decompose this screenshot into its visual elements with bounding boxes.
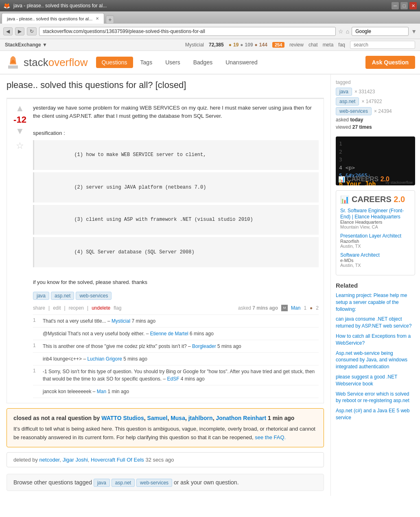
search-input[interactable] xyxy=(350,41,415,49)
comment-user-link-2[interactable]: Etienne de Martel xyxy=(150,331,188,337)
so-logo[interactable]: stackoverflow xyxy=(5,54,88,70)
comment-vote-5[interactable]: 1 xyxy=(33,368,39,383)
tag-java[interactable]: java xyxy=(33,292,49,300)
related-link-7[interactable]: Asp.net (c#) and a Java EE 5 web service xyxy=(336,407,415,421)
careers-location-2: Austin, TX xyxy=(340,244,411,249)
careers-job-title-3[interactable]: Software Architect xyxy=(340,252,380,258)
close-voter-3[interactable]: Musa xyxy=(171,415,185,421)
careers-ad-dark[interactable]: 1 2 3 4 <p> 5 &#x2665; 6 Your Job 7 </p>… xyxy=(336,136,415,185)
comment-vote-4[interactable] xyxy=(33,355,39,363)
back-button[interactable]: ◀ xyxy=(3,27,13,35)
stackexchange-logo[interactable]: StackExchange ▼ xyxy=(5,42,47,48)
question-title: please.. solved this questions for all? … xyxy=(7,79,324,91)
so-logo-icon xyxy=(5,54,21,70)
related-link-4[interactable]: Asp.net web-service being consumed by Ja… xyxy=(336,350,415,370)
meta-nav-link[interactable]: meta xyxy=(323,42,334,48)
related-item-7: Asp.net (c#) and a Java EE 5 web service xyxy=(336,407,415,421)
review-count-badge[interactable]: 254 xyxy=(272,42,284,48)
refresh-button[interactable]: ↻ xyxy=(27,27,37,35)
close-voter-4[interactable]: jtahlborn xyxy=(188,415,213,421)
question-body: yesterday we have some problem for makin… xyxy=(33,104,319,398)
question-user-link[interactable]: Man xyxy=(291,305,300,311)
related-item-2: can java consume .NET object returned by… xyxy=(336,316,415,330)
faq-link[interactable]: see the FAQ. xyxy=(255,434,286,440)
careers-job-title-2[interactable]: Presentation Layer Architect xyxy=(340,233,401,239)
sidebar-tagged-section: tagged java × 331423 asp.net × 147922 we… xyxy=(336,79,415,130)
comment-2: @Mysticial That's not a very useful body… xyxy=(33,328,319,340)
question-asked-info: asked 7 mins ago M Man 1 ● 2 xyxy=(238,305,319,311)
gold-badge-count: 19 xyxy=(233,42,238,48)
questions-tab[interactable]: Questions xyxy=(96,57,133,68)
related-link-5[interactable]: please suggest a good .NET Webservice bo… xyxy=(336,374,415,387)
forward-button[interactable]: ▶ xyxy=(15,27,24,35)
comment-user-link-4[interactable]: Luchian Grigore xyxy=(87,356,122,362)
review-nav-link[interactable]: review xyxy=(289,42,304,48)
close-voter-2[interactable]: Samuel xyxy=(147,415,168,421)
comment-user-link-3[interactable]: Borgleader xyxy=(192,343,216,349)
comment-user-link-1[interactable]: Mysticial xyxy=(112,318,130,324)
favorite-button[interactable]: ☆ xyxy=(16,141,24,151)
tag-web-services[interactable]: web-services xyxy=(76,292,112,300)
careers-job-title-1[interactable]: Sr. Software Engineer (Front-End) | Elan… xyxy=(340,208,404,220)
tags-tab[interactable]: Tags xyxy=(135,57,158,68)
share-link[interactable]: share xyxy=(33,305,45,311)
sidebar-tag-aspnet[interactable]: asp.net xyxy=(336,97,359,106)
flag-link[interactable]: flag xyxy=(114,305,121,311)
tag-aspnet[interactable]: asp.net xyxy=(51,292,74,300)
chat-nav-link[interactable]: chat xyxy=(308,42,318,48)
home-icon[interactable]: ⌂ xyxy=(346,28,349,35)
question-intro: yesterday we have some problem for makin… xyxy=(33,104,319,121)
undelete-link[interactable]: undelete xyxy=(92,305,110,311)
ask-question-button[interactable]: Ask Question xyxy=(365,56,415,69)
comment-5: 1 -1 Sorry, SO isn't for this type of qu… xyxy=(33,365,319,385)
comment-user-link-5[interactable]: EdSF xyxy=(167,376,179,382)
comment-user-link-6[interactable]: Man xyxy=(97,389,106,394)
reopen-link[interactable]: reopen xyxy=(69,305,84,311)
asked-label-sidebar: asked xyxy=(336,117,349,123)
user-profile-link[interactable]: Mysticial xyxy=(185,42,204,48)
browse-tag-java[interactable]: java xyxy=(94,479,110,487)
active-tab[interactable]: java - please.. solved this questions fo… xyxy=(2,13,104,24)
comment-vote-3[interactable]: 1 xyxy=(33,343,39,350)
vote-down-button[interactable]: ▼ xyxy=(15,127,24,136)
related-link-1[interactable]: Learning project: Please help me setup a… xyxy=(336,292,415,312)
close-voter-5[interactable]: Jonathon Reinhart xyxy=(216,415,266,421)
comment-vote-6[interactable] xyxy=(33,388,39,395)
url-input[interactable] xyxy=(39,27,336,36)
browser-menu-icon[interactable]: ▼ xyxy=(411,28,417,35)
spec-block: (1) how to make WEB SERVICE server to cl… xyxy=(33,140,319,170)
tab-close-icon[interactable]: ✕ xyxy=(96,16,99,21)
maximize-button[interactable]: □ xyxy=(400,2,408,9)
sidebar: tagged java × 331423 asp.net × 147922 we… xyxy=(330,75,420,496)
comment-text-3: This is another one of those "give me co… xyxy=(43,343,319,350)
bookmark-icon[interactable]: ☆ xyxy=(338,28,343,35)
comment-vote-1[interactable]: 1 xyxy=(33,317,39,325)
new-tab-button[interactable]: + xyxy=(106,15,114,24)
users-tab[interactable]: Users xyxy=(160,57,186,68)
unanswered-tab[interactable]: Unanswered xyxy=(220,57,263,68)
sidebar-tag-java[interactable]: java xyxy=(336,88,352,96)
careers-chart-icon: 📊 xyxy=(340,195,349,204)
careers-banner: 📊 CAREERS 2.0 Sr. Software Engineer (Fro… xyxy=(336,190,415,275)
browser-search-input[interactable] xyxy=(352,27,409,36)
vote-up-button[interactable]: ▲ xyxy=(15,104,24,113)
badges-tab[interactable]: Badges xyxy=(188,57,218,68)
browse-tag-web-services[interactable]: web-services xyxy=(136,479,172,487)
sidebar-tag-web-services[interactable]: web-services xyxy=(336,107,372,115)
deleter-1[interactable]: netcoder xyxy=(39,457,60,463)
edit-link[interactable]: edit xyxy=(53,305,61,311)
minimize-button[interactable]: ─ xyxy=(392,2,399,9)
close-voter-1[interactable]: WATTO Studios xyxy=(101,415,144,421)
user-bronze-dot: ● xyxy=(310,305,313,311)
related-link-2[interactable]: can java consume .NET object returned by… xyxy=(336,316,415,330)
close-button[interactable]: ✕ xyxy=(409,2,417,9)
silver-badge-count: 109 xyxy=(245,42,253,48)
deleter-2[interactable]: Jigar Joshi xyxy=(63,457,88,463)
faq-nav-link[interactable]: faq xyxy=(338,42,345,48)
comment-vote-2[interactable] xyxy=(33,330,39,337)
deleter-3[interactable]: Hovercraft Full Of Eels xyxy=(91,457,144,463)
related-link-6[interactable]: Web Service error which is solved by reb… xyxy=(336,391,415,405)
browse-tag-aspnet[interactable]: asp.net xyxy=(112,479,135,487)
related-link-3[interactable]: How to catch all Exceptions from a WebSe… xyxy=(336,333,415,347)
careers-company-2: Razorfish xyxy=(340,239,411,244)
